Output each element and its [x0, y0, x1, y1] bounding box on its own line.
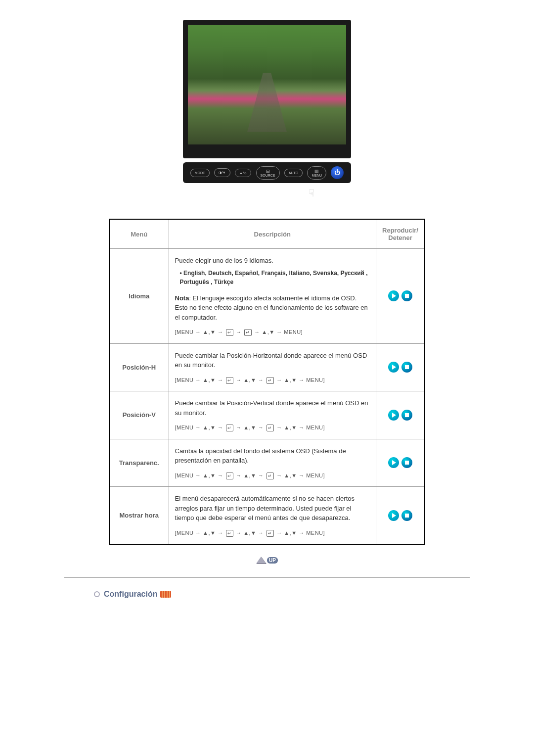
stop-button[interactable]: [401, 290, 412, 301]
posh-keyseq: [MENU → ▲,▼ → ↵ → ▲,▼ → ↵ → ▲,▼ → MENU]: [175, 376, 370, 384]
enter-icon: ↵: [226, 329, 233, 336]
row-posv-desc: Puede cambiar la Posición-Vertical donde…: [169, 391, 376, 439]
stop-button[interactable]: [401, 410, 412, 421]
pointer-hand-icon: ☟: [153, 187, 470, 199]
enter-icon: ↵: [226, 425, 233, 431]
menu-button[interactable]: ▥ MENU: [307, 166, 326, 180]
row-posh-desc: Puede cambiar la Posición-Horizontal don…: [169, 343, 376, 391]
idioma-keyseq: [MENU → ▲,▼ → ↵ → ↵ → ▲,▼ → MENU]: [175, 328, 370, 336]
posv-text: Puede cambiar la Posición-Vertical donde…: [175, 398, 370, 418]
row-posh-name: Posición-H: [109, 343, 169, 391]
table-row: Transparenc. Cambia la opacidad del fond…: [109, 439, 425, 487]
stop-button[interactable]: [401, 457, 412, 468]
sliders-icon: [160, 591, 171, 598]
enter-icon: ↵: [226, 377, 233, 384]
idioma-lang-list: English, Deutsch, Español, Français, Ita…: [175, 269, 370, 286]
auto-button[interactable]: AUTO: [284, 169, 303, 177]
row-posv-controls: [376, 391, 425, 439]
row-idioma-name: Idioma: [109, 249, 169, 344]
power-button[interactable]: ⏻: [331, 166, 344, 179]
row-idioma-controls: [376, 249, 425, 344]
table-row: Posición-H Puede cambiar la Posición-Hor…: [109, 343, 425, 391]
source-label: SOURCE: [261, 174, 275, 177]
divider: [64, 577, 470, 578]
row-posv-name: Posición-V: [109, 391, 169, 439]
enter-icon: ↵: [267, 425, 274, 431]
row-transp-name: Transparenc.: [109, 439, 169, 487]
led-strip: LED: [188, 146, 346, 156]
transp-keyseq: [MENU → ▲,▼ → ↵ → ▲,▼ → ↵ → ▲,▼ → MENU]: [175, 472, 370, 480]
bullet-icon: [94, 591, 100, 597]
play-button[interactable]: [388, 510, 399, 521]
enter-icon: ↵: [267, 472, 274, 479]
table-row: Mostrar hora El menú desaparecerá automá…: [109, 487, 425, 545]
enter-icon: ↵: [267, 377, 274, 384]
source-icon: ⊟: [261, 169, 275, 174]
up-label: UP: [267, 557, 278, 564]
mode-button[interactable]: MODE: [190, 169, 210, 177]
row-mostrar-desc: El menú desaparecerá automáticamente si …: [169, 487, 376, 545]
transp-text: Cambia la opacidad del fondo del sistema…: [175, 446, 370, 466]
monitor-button-bar: MODE ◑/▼ ▲/☼ ⊟ SOURCE AUTO ▥ MENU ⏻: [183, 162, 351, 183]
enter-icon: ↵: [226, 472, 233, 479]
menu-label: MENU: [312, 174, 322, 177]
stop-button[interactable]: [401, 362, 412, 373]
monitor-screen: LED: [183, 20, 351, 158]
row-transp-controls: [376, 439, 425, 487]
menu-icon: ▥: [312, 169, 322, 174]
row-transp-desc: Cambia la opacidad del fondo del sistema…: [169, 439, 376, 487]
col-play: Reproducir/ Detener: [376, 219, 425, 249]
col-desc: Descripción: [169, 219, 376, 249]
play-button[interactable]: [388, 410, 399, 421]
play-button[interactable]: [388, 362, 399, 373]
table-row: Posición-V Puede cambiar la Posición-Ver…: [109, 391, 425, 439]
enter-icon: ↵: [226, 530, 233, 537]
posh-text: Puede cambiar la Posición-Horizontal don…: [175, 351, 370, 370]
section-title-text: Configuración: [104, 590, 157, 599]
idioma-intro: Puede elegir uno de los 9 idiomas.: [175, 256, 370, 266]
play-button[interactable]: [388, 290, 399, 301]
mostrar-keyseq: [MENU → ▲,▼ → ↵ → ▲,▼ → ↵ → ▲,▼ → MENU]: [175, 529, 370, 537]
led-label: LED: [192, 148, 200, 153]
play-button[interactable]: [388, 457, 399, 468]
row-mostrar-name: Mostrar hora: [109, 487, 169, 545]
monitor-illustration: LED MODE ◑/▼ ▲/☼ ⊟ SOURCE AUTO ▥ MENU ⏻: [64, 20, 470, 199]
brightness-up-button[interactable]: ▲/☼: [235, 169, 251, 177]
row-mostrar-controls: [376, 487, 425, 545]
up-link[interactable]: UP: [256, 557, 278, 564]
col-menu: Menú: [109, 219, 169, 249]
power-icon: ⏻: [334, 169, 340, 176]
idioma-note-label: Nota: [175, 294, 189, 302]
enter-icon: ↵: [267, 530, 274, 537]
section-heading: Configuración: [94, 590, 470, 599]
mostrar-text: El menú desaparecerá automáticamente si …: [175, 494, 370, 523]
table-row: Idioma Puede elegir uno de los 9 idiomas…: [109, 249, 425, 344]
row-posh-controls: [376, 343, 425, 391]
up-arrow-icon: [256, 557, 266, 564]
contrast-down-button[interactable]: ◑/▼: [214, 168, 230, 177]
osd-menu-table: Menú Descripción Reproducir/ Detener Idi…: [109, 219, 425, 545]
enter-icon: ↵: [244, 329, 252, 336]
posv-keyseq: [MENU → ▲,▼ → ↵ → ▲,▼ → ↵ → ▲,▼ → MENU]: [175, 424, 370, 432]
stop-button[interactable]: [401, 510, 412, 521]
idioma-note-text: : El lenguaje escogido afecta solamente …: [175, 294, 368, 321]
row-idioma-desc: Puede elegir uno de los 9 idiomas. Engli…: [169, 249, 376, 344]
source-button[interactable]: ⊟ SOURCE: [256, 166, 280, 180]
